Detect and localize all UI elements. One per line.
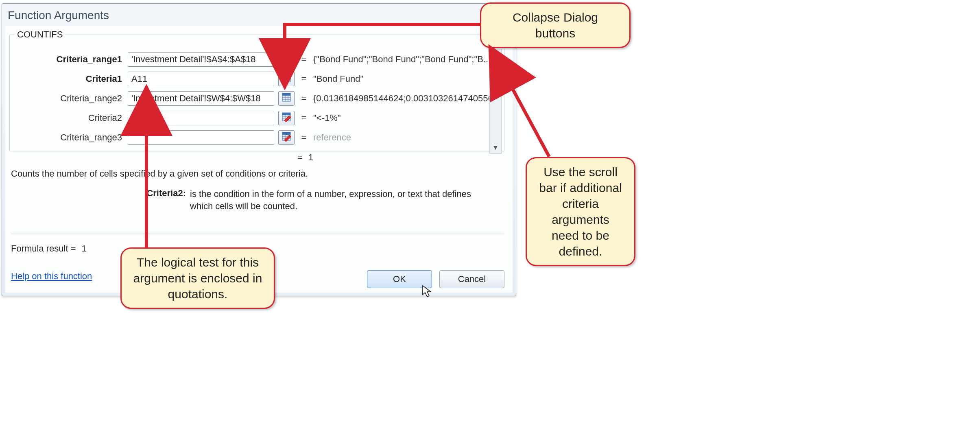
arg-label: Criteria_range2 (10, 93, 124, 104)
overall-evaluation: = 1 (297, 152, 313, 163)
arg-input-criteria_range3[interactable] (128, 130, 274, 145)
formula-result-value: 1 (82, 243, 87, 254)
function-description: Counts the number of cells specified by … (11, 168, 496, 179)
args-group: COUNTIFS Criteria_range1={"Bond Fund";"B… (9, 29, 504, 151)
help-on-function-link[interactable]: Help on this function (11, 271, 92, 282)
arg-label: Criteria_range1 (10, 54, 124, 65)
collapse-dialog-icon (281, 131, 292, 144)
collapse-dialog-button[interactable] (278, 130, 295, 145)
dialog-button-row: OK Cancel (367, 270, 504, 288)
args-scrollbar[interactable]: ▲ ▼ (489, 49, 502, 154)
arg-row-criteria_range1: Criteria_range1={"Bond Fund";"Bond Fund"… (10, 50, 504, 69)
active-arg-help: Criteria2: is the condition in the form … (11, 188, 496, 212)
equals-sign: = (299, 54, 309, 65)
collapse-dialog-button[interactable] (278, 91, 295, 106)
equals-sign: = (299, 74, 309, 84)
arg-input-criteria_range2[interactable] (128, 91, 274, 106)
arg-row-criteria_range3: Criteria_range3=reference (10, 128, 504, 147)
collapse-dialog-button[interactable] (278, 111, 295, 125)
collapse-dialog-icon (281, 72, 292, 85)
arg-label: Criteria_range3 (10, 132, 124, 143)
formula-result: Formula result = 1 (11, 243, 87, 254)
dialog-title: Function Arguments (8, 9, 109, 22)
svg-rect-1 (282, 54, 290, 57)
arg-input-criteria1[interactable] (128, 72, 274, 86)
callout-quotations: The logical test for this argument is en… (120, 247, 275, 309)
equals-sign: = (299, 132, 309, 143)
arg-evaluation: "Bond Fund" (313, 74, 504, 84)
arg-row-criteria2: Criteria2="<-1%" (10, 108, 504, 128)
function-name: COUNTIFS (15, 29, 65, 40)
divider (11, 234, 504, 235)
active-arg-text: is the condition in the form of a number… (190, 188, 496, 212)
svg-rect-15 (282, 93, 290, 96)
callout-collapse-buttons: Collapse Dialog buttons (480, 2, 631, 48)
ok-button[interactable]: OK (367, 270, 432, 288)
svg-rect-8 (282, 74, 290, 76)
args-area: Criteria_range1={"Bond Fund";"Bond Fund"… (10, 50, 504, 147)
arg-input-criteria2[interactable] (128, 111, 274, 125)
arg-row-criteria_range2: Criteria_range2={0.0136184985144624;0.00… (10, 89, 504, 108)
dialog-titlebar: Function Arguments ? (2, 4, 516, 24)
scroll-up-arrow-icon[interactable]: ▲ (491, 50, 500, 60)
scroll-thumb[interactable] (491, 60, 500, 72)
arg-row-criteria1: Criteria1="Bond Fund" (10, 69, 504, 89)
arg-evaluation: "<-1%" (313, 113, 504, 123)
eq-sign: = (297, 152, 303, 163)
cancel-button[interactable]: Cancel (439, 270, 504, 288)
collapse-dialog-button[interactable] (278, 52, 295, 67)
arg-evaluation: {"Bond Fund";"Bond Fund";"Bond Fund";"B.… (313, 54, 504, 65)
formula-result-label: Formula result = (11, 243, 76, 254)
active-arg-label: Criteria2: (11, 188, 186, 212)
collapse-dialog-icon (281, 112, 292, 125)
svg-rect-28 (282, 132, 290, 135)
arg-label: Criteria1 (10, 74, 124, 84)
callout-scrollbar: Use the scroll bar if additional criteri… (526, 157, 635, 266)
equals-sign: = (299, 93, 309, 104)
svg-rect-21 (282, 113, 290, 115)
equals-sign: = (299, 113, 309, 123)
arg-evaluation: reference (313, 132, 504, 143)
arg-label: Criteria2 (10, 113, 124, 123)
collapse-dialog-button[interactable] (278, 72, 295, 86)
arg-input-criteria_range1[interactable] (128, 52, 274, 67)
collapse-dialog-icon (281, 53, 292, 66)
collapse-dialog-icon (281, 92, 292, 105)
arg-evaluation: {0.0136184985144624;0.0031032614740556 (313, 93, 504, 104)
overall-eval-value: 1 (308, 152, 313, 163)
scroll-down-arrow-icon[interactable]: ▼ (491, 143, 500, 153)
